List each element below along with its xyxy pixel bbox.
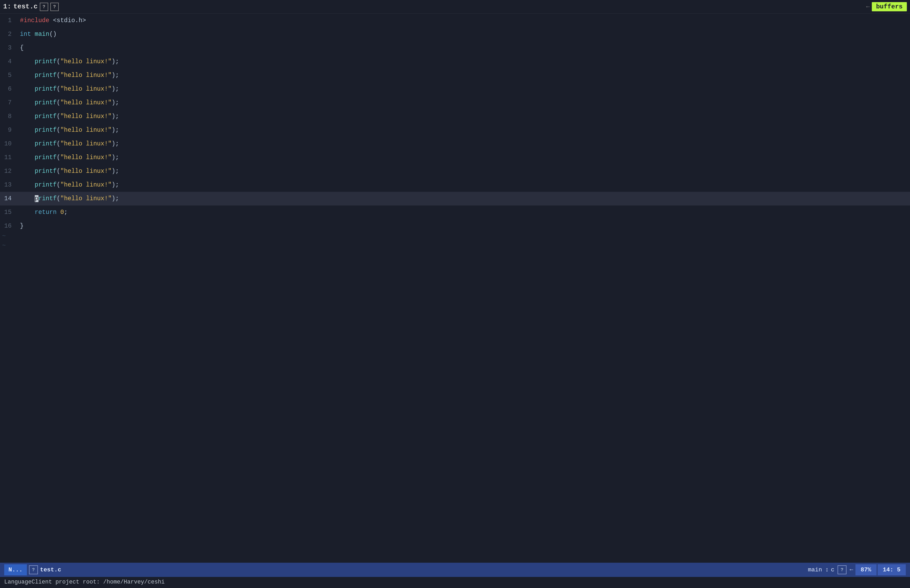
- tab-bar: 1: test.c ? ? ← buffers: [0, 0, 910, 14]
- table-row: 13 printf("hello linux!");: [0, 178, 910, 192]
- token-punct: (: [57, 72, 60, 79]
- line-content[interactable]: printf("hello linux!");: [18, 178, 910, 192]
- table-row: 5 printf("hello linux!");: [0, 68, 910, 82]
- line-content[interactable]: #include <stdio.h>: [18, 14, 910, 27]
- token-punct: (): [49, 31, 57, 38]
- token-fn-name: printf: [35, 154, 57, 161]
- tilde-2: ~: [2, 242, 910, 249]
- mode-indicator[interactable]: N...: [4, 564, 27, 575]
- token-str-literal: "hello linux!": [60, 99, 112, 106]
- status-filename: test.c: [40, 566, 61, 573]
- tab-left: 1: test.c ? ?: [3, 3, 59, 11]
- status-sort-arrows: ↕: [825, 566, 829, 573]
- status-language: c: [831, 566, 834, 573]
- line-content[interactable]: printf("hello linux!");: [18, 96, 910, 110]
- token-str-literal: "hello linux!": [60, 195, 112, 202]
- code-table: 1#include <stdio.h>2int main()3{4 printf…: [0, 14, 910, 233]
- line-content[interactable]: {: [18, 41, 910, 55]
- token-kw-int: return: [35, 209, 57, 216]
- table-row: 11 printf("hello linux!");: [0, 151, 910, 165]
- tab-filename[interactable]: test.c: [13, 3, 38, 11]
- token-kw-include: #include: [20, 17, 49, 24]
- buffers-badge[interactable]: buffers: [872, 2, 907, 11]
- line-content[interactable]: printf("hello linux!");: [18, 110, 910, 123]
- token-punct: );: [112, 113, 119, 120]
- token-punct: (: [57, 113, 60, 120]
- status-bar: N... ? test.c main ↕ c ? ← 87% 14: 5: [0, 563, 910, 577]
- token-punct: (: [57, 99, 60, 106]
- token-punct: (: [57, 86, 60, 92]
- line-number: 7: [0, 96, 18, 110]
- line-content[interactable]: printf("hello linux!");: [18, 123, 910, 137]
- line-content[interactable]: }: [18, 219, 910, 233]
- token-punct: );: [112, 99, 119, 106]
- table-row: 3{: [0, 41, 910, 55]
- line-content[interactable]: printf("hello linux!");: [18, 165, 910, 178]
- line-content[interactable]: return 0;: [18, 205, 910, 219]
- line-number: 10: [0, 137, 18, 151]
- line-content[interactable]: printf("hello linux!");: [18, 137, 910, 151]
- line-content[interactable]: printf("hello linux!");: [18, 55, 910, 68]
- status-scroll-percent: 87%: [855, 564, 876, 575]
- token-punct: );: [112, 154, 119, 161]
- table-row: 16}: [0, 219, 910, 233]
- token-str-literal: "hello linux!": [60, 58, 112, 65]
- line-number: 6: [0, 82, 18, 96]
- token-fn-name: printf: [35, 72, 57, 79]
- code-editor[interactable]: 1#include <stdio.h>2int main()3{4 printf…: [0, 14, 910, 563]
- tab-number: 1:: [3, 3, 11, 11]
- line-content[interactable]: printf("hello linux!");: [18, 68, 910, 82]
- line-number: 11: [0, 151, 18, 165]
- tab-help-icon-1[interactable]: ?: [40, 3, 48, 11]
- line-content[interactable]: printf("hello linux!");: [18, 82, 910, 96]
- table-row: 8 printf("hello linux!");: [0, 110, 910, 123]
- line-number: 12: [0, 165, 18, 178]
- token-str-literal: "hello linux!": [60, 72, 112, 79]
- tab-right: ← buffers: [866, 2, 907, 11]
- line-number: 13: [0, 178, 18, 192]
- line-content[interactable]: printf("hello linux!");: [18, 151, 910, 165]
- token-punct: (: [57, 181, 60, 188]
- status-help-icon[interactable]: ?: [29, 565, 38, 574]
- token-str-literal: "hello linux!": [60, 86, 112, 92]
- tilde-1: ~: [2, 233, 910, 240]
- token-fn-name: printf: [35, 99, 57, 106]
- token-fn-name: printf: [35, 127, 57, 134]
- token-fn-name: rintf: [39, 195, 57, 202]
- line-number: 1: [0, 14, 18, 27]
- tab-help-icon-2[interactable]: ?: [50, 3, 59, 11]
- token-punct: );: [112, 58, 119, 65]
- token-fn-name: printf: [35, 86, 57, 92]
- token-punct: );: [112, 72, 119, 79]
- table-row: 7 printf("hello linux!");: [0, 96, 910, 110]
- status-lsp-icon[interactable]: ?: [837, 565, 847, 574]
- line-number: 15: [0, 205, 18, 219]
- status-arrow-left: ←: [850, 566, 853, 573]
- table-row: 12 printf("hello linux!");: [0, 165, 910, 178]
- message-bar: LanguageClient project root: /home/Harve…: [0, 577, 910, 588]
- token-punct: );: [112, 86, 119, 92]
- status-function: main: [808, 566, 822, 573]
- token-str-literal: "hello linux!": [60, 154, 112, 161]
- token-punct: (: [57, 141, 60, 147]
- line-content[interactable]: printf("hello linux!");: [18, 192, 910, 205]
- token-fn-name: printf: [35, 168, 57, 174]
- token-punct: (: [57, 154, 60, 161]
- tilde-area: ~ ~: [0, 233, 910, 249]
- line-number: 16: [0, 219, 18, 233]
- token-str-literal: "hello linux!": [60, 141, 112, 147]
- token-punct: );: [112, 195, 119, 202]
- token-fn-name: main: [35, 31, 50, 38]
- token-str-literal: "hello linux!": [60, 168, 112, 174]
- token-punct: );: [112, 127, 119, 134]
- token-punct: (: [57, 168, 60, 174]
- line-number: 5: [0, 68, 18, 82]
- token-str-literal: "hello linux!": [60, 127, 112, 134]
- token-fn-name: printf: [35, 58, 57, 65]
- table-row: 4 printf("hello linux!");: [0, 55, 910, 68]
- token-header-name: <stdio.h>: [53, 17, 86, 24]
- table-row: 10 printf("hello linux!");: [0, 137, 910, 151]
- token-punct: );: [112, 141, 119, 147]
- token-punct: }: [20, 223, 24, 229]
- line-content[interactable]: int main(): [18, 27, 910, 41]
